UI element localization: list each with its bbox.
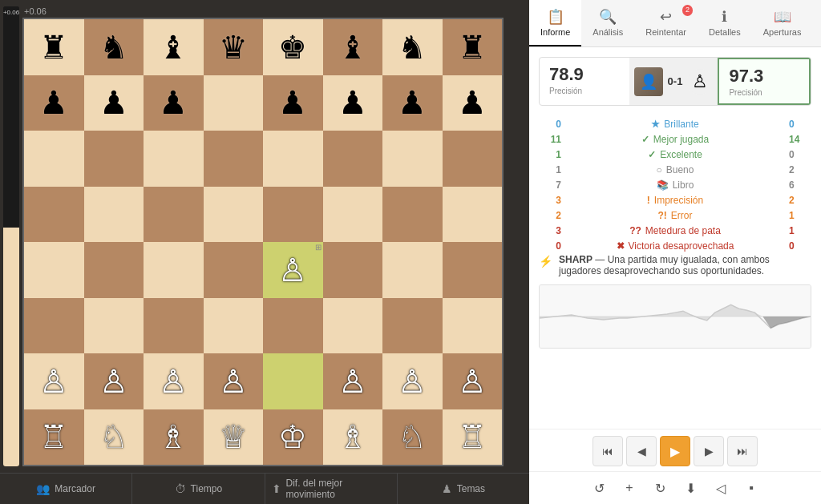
cell-5-7[interactable] bbox=[443, 298, 503, 354]
cell-5-2[interactable] bbox=[144, 298, 204, 354]
stat-row: 3??Metedura de pata1 bbox=[539, 224, 811, 238]
cell-2-3[interactable] bbox=[204, 131, 264, 187]
share-button[interactable]: ◁ bbox=[710, 477, 732, 499]
cell-3-5[interactable] bbox=[323, 187, 383, 243]
cell-4-4[interactable]: ♙⊞ bbox=[263, 242, 323, 298]
cell-1-3[interactable] bbox=[204, 75, 264, 131]
cell-0-1[interactable]: ♞ bbox=[84, 19, 144, 75]
cell-5-1[interactable] bbox=[84, 298, 144, 354]
cell-5-3[interactable] bbox=[204, 298, 264, 354]
cell-1-6[interactable]: ♟ bbox=[382, 75, 443, 131]
stat-label: Metedura de pata bbox=[645, 225, 721, 236]
toolbar-marcador[interactable]: 👥 Marcador bbox=[0, 474, 132, 504]
settings-button[interactable]: ▪ bbox=[740, 477, 762, 499]
cell-5-6[interactable] bbox=[382, 298, 443, 354]
cell-5-0[interactable] bbox=[24, 298, 84, 354]
tab-analisis-label: Análisis bbox=[592, 27, 623, 37]
cell-6-5[interactable]: ♙ bbox=[323, 353, 383, 409]
prev-move-button[interactable]: ◀ bbox=[626, 436, 657, 466]
cell-2-2[interactable] bbox=[144, 131, 204, 187]
stat-label: Excelente bbox=[660, 149, 702, 160]
cell-0-7[interactable]: ♜ bbox=[443, 19, 503, 75]
cell-0-5[interactable]: ♝ bbox=[323, 19, 383, 75]
cell-4-0[interactable] bbox=[24, 242, 84, 298]
cell-4-2[interactable] bbox=[144, 242, 204, 298]
cell-0-4[interactable]: ♚ bbox=[263, 19, 323, 75]
stat-left-num: 11 bbox=[539, 134, 561, 145]
cell-7-4[interactable]: ♔ bbox=[263, 409, 323, 466]
piece-7-0: ♖ bbox=[39, 421, 68, 453]
toolbar-tiempo[interactable]: ⏱ Tiempo bbox=[132, 474, 265, 504]
cell-3-2[interactable] bbox=[144, 187, 204, 243]
cell-6-7[interactable]: ♙ bbox=[443, 353, 503, 409]
cell-3-7[interactable] bbox=[443, 187, 503, 243]
cell-1-1[interactable]: ♟ bbox=[84, 75, 144, 131]
cell-3-1[interactable] bbox=[84, 187, 144, 243]
piece-0-7: ♜ bbox=[458, 31, 487, 63]
stat-row: 1○Bueno2 bbox=[539, 163, 811, 177]
cell-4-1[interactable] bbox=[84, 242, 144, 298]
stat-center-label: ✖Victoria desaprovechada bbox=[561, 239, 789, 253]
cell-1-7[interactable]: ♟ bbox=[443, 75, 503, 131]
cell-7-1[interactable]: ♘ bbox=[84, 409, 144, 466]
cell-0-6[interactable]: ♞ bbox=[382, 19, 443, 75]
tab-informe[interactable]: 📋 Informe bbox=[529, 0, 581, 46]
cell-6-4[interactable] bbox=[263, 353, 323, 409]
cell-3-4[interactable] bbox=[263, 187, 323, 243]
cell-3-0[interactable] bbox=[24, 187, 84, 243]
cell-5-4[interactable] bbox=[263, 298, 323, 354]
stat-center-label: !Imprecisión bbox=[561, 193, 789, 208]
cell-4-3[interactable] bbox=[204, 242, 264, 298]
piece-1-2: ♟ bbox=[159, 87, 188, 119]
play-button[interactable]: ▶ bbox=[660, 436, 690, 466]
tab-detalles[interactable]: ℹ Detalles bbox=[698, 0, 752, 46]
cell-6-6[interactable]: ♙ bbox=[382, 353, 443, 409]
add-button[interactable]: + bbox=[618, 477, 641, 499]
dif-icon: ⬆ bbox=[272, 482, 281, 495]
cell-5-5[interactable] bbox=[323, 298, 383, 354]
cell-1-2[interactable]: ♟ bbox=[144, 75, 204, 131]
first-move-button[interactable]: ⏮ bbox=[592, 436, 623, 466]
tab-analisis[interactable]: 🔍 Análisis bbox=[581, 0, 634, 46]
toolbar-dif[interactable]: ⬆ Dif. del mejor movimiento bbox=[265, 474, 398, 504]
toolbar-temas[interactable]: ♟ Temas bbox=[398, 474, 529, 504]
flip-board-button[interactable]: ↺ bbox=[588, 477, 610, 499]
cell-2-1[interactable] bbox=[84, 131, 144, 187]
cell-1-5[interactable]: ♟ bbox=[323, 75, 383, 131]
cell-0-2[interactable]: ♝ bbox=[144, 19, 204, 75]
cell-2-4[interactable] bbox=[263, 131, 323, 187]
cell-2-0[interactable] bbox=[24, 131, 84, 187]
cell-6-1[interactable]: ♙ bbox=[84, 353, 144, 409]
cell-2-6[interactable] bbox=[382, 131, 443, 187]
refresh-button[interactable]: ↻ bbox=[649, 477, 671, 499]
stat-left-num: 1 bbox=[539, 164, 561, 175]
cell-6-2[interactable]: ♙ bbox=[144, 353, 204, 409]
cell-3-3[interactable] bbox=[204, 187, 264, 243]
cell-4-7[interactable] bbox=[443, 242, 503, 298]
cell-2-7[interactable] bbox=[443, 131, 503, 187]
cell-3-6[interactable] bbox=[382, 187, 443, 243]
tab-reintentar[interactable]: ↩ Reintentar 2 bbox=[634, 0, 698, 46]
tab-aperturas[interactable]: 📖 Aperturas bbox=[752, 0, 813, 46]
last-move-button[interactable]: ⏭ bbox=[727, 436, 758, 466]
cell-7-6[interactable]: ♘ bbox=[382, 409, 443, 466]
download-button[interactable]: ⬇ bbox=[679, 477, 702, 499]
cell-1-4[interactable]: ♟ bbox=[263, 75, 323, 131]
cell-1-0[interactable]: ♟ bbox=[24, 75, 84, 131]
cell-7-3[interactable]: ♕ bbox=[204, 409, 264, 466]
cell-7-2[interactable]: ♗ bbox=[144, 409, 204, 466]
chess-board[interactable]: ♜♞♝♛♚♝♞♜♟♟♟♟♟♟♟♙⊞♙♙♙♙♙♙♙♖♘♗♕♔♗♘♖ bbox=[22, 18, 504, 466]
cell-7-0[interactable]: ♖ bbox=[24, 409, 84, 466]
cell-6-0[interactable]: ♙ bbox=[24, 353, 84, 409]
cell-7-7[interactable]: ♖ bbox=[443, 409, 503, 466]
score-text: 0-1 bbox=[668, 75, 683, 87]
cell-6-3[interactable]: ♙ bbox=[204, 353, 264, 409]
cell-4-6[interactable] bbox=[382, 242, 443, 298]
cell-0-0[interactable]: ♜ bbox=[24, 19, 84, 75]
cell-4-5[interactable] bbox=[323, 242, 383, 298]
cell-7-5[interactable]: ♗ bbox=[323, 409, 383, 466]
next-move-button[interactable]: ▶ bbox=[694, 436, 724, 466]
panel-content: 78.9 Precisión 👤 0-1 ♙ 97.3 Precisión bbox=[529, 47, 821, 429]
cell-0-3[interactable]: ♛ bbox=[204, 19, 264, 75]
cell-2-5[interactable] bbox=[323, 131, 383, 187]
